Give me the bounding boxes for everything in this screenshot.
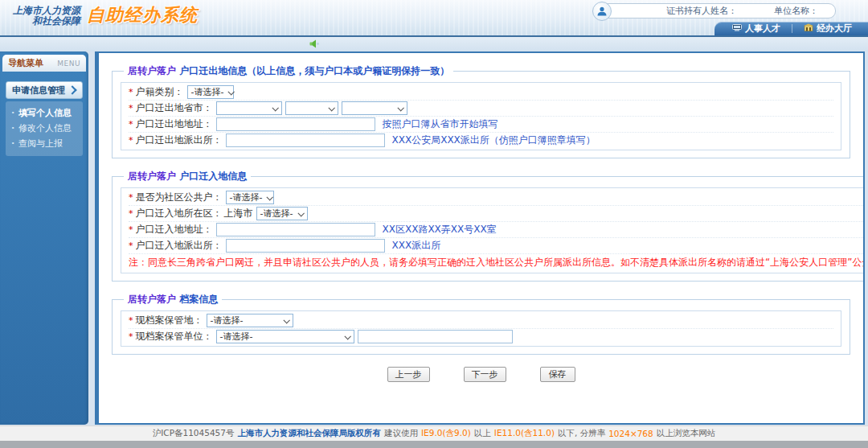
section-tag: 居转户落户 [128,65,176,76]
chevron-down-icon [397,105,403,111]
section-move-in-info: 居转户落户 户口迁入地信息 是否为社区公共户： -请选择- 户口迁入地所在区： … [112,170,865,282]
sidebar-item-modify-personal-info[interactable]: 修改个人信息 [6,121,83,136]
chevron-down-icon [272,105,278,111]
next-step-button[interactable]: 下一步 [464,367,506,382]
section-title: 档案信息 [179,294,218,305]
section-title: 户口迁入地信息 [179,171,247,182]
move-in-district-label: 户口迁入地所在区： [129,207,223,220]
archive-unit-label: 现档案保管单位： [129,330,213,343]
hukou-type-label: 户籍类别： [129,85,184,99]
icp-number: 沪ICP备11045457号 [153,428,235,439]
sidebar-item-fill-personal-info[interactable]: 填写个人信息 [6,105,83,121]
community-household-select[interactable]: -请选择- [226,191,274,204]
section-legend: 居转户落户 户口迁出地信息（以上信息，须与户口本或户籍证明保持一致） [124,64,453,78]
move-in-district-select[interactable]: -请选择- [256,207,308,220]
logo-org-name: 上海市人力资源 和社会保障 [13,6,80,27]
ie-max-version: IE11.0(含11.0) [494,428,555,439]
ie-min-version: IE9.0(含9.0) [421,428,471,439]
row-move-in-police-station: 户口迁入地派出所： XXX派出所 [129,238,865,254]
menu-tag: MENU [57,60,80,68]
row-move-in-district: 户口迁入地所在区： 上海市 -请选择- [129,206,865,222]
header: 上海市人力资源 和社会保障 自助经办系统 证书持有人姓名： 单位名称： [0,0,868,37]
sidebar-item-review-and-report[interactable]: 查阅与上报 [6,136,83,151]
select-value: -请选择- [260,208,293,220]
recommended-resolution: 1024×768 [608,429,653,438]
footer: 沪ICP备11045457号 上海市人力资源和社会保障局版权所有 建议使用 IE… [0,425,868,441]
unit-name-label: 单位名称： [774,5,818,17]
move-out-province-select[interactable] [216,101,282,115]
select-value: -请选择- [220,331,253,343]
move-out-address-label: 户口迁出地地址： [129,117,213,131]
move-out-district-select[interactable] [342,101,407,115]
row-move-out-address: 户口迁出地地址： 按照户口簿从省市开始填写 [129,117,833,133]
row-move-out-police-station: 户口迁出地派出所： XXX公安局XXX派出所（仿照户口簿照章填写） [129,133,833,148]
tab-personnel-talent[interactable]: 人事人才 [726,23,787,35]
archive-place-select[interactable]: -请选择- [207,314,293,327]
personnel-tab-icon [732,23,742,34]
sidebar-header: 导航菜单 MENU [2,55,86,72]
move-in-police-station-hint: XXX派出所 [392,239,441,253]
nav-menu-title: 导航菜单 [8,57,43,69]
user-icon [592,2,612,21]
move-in-note: 注：同意长三角跨省户口网迁，并且申请社区公共户的人员，请务必填写正确的迁入地社区… [129,254,865,271]
move-in-address-label: 户口迁入地地址： [129,223,213,236]
section-move-out-info: 居转户落户 户口迁出地信息（以上信息，须与户口本或户籍证明保持一致） 户籍类别：… [112,64,850,158]
row-move-in-address: 户口迁入地地址： XX区XX路XX弄XX号XX室 [129,222,865,238]
chevron-down-icon [328,105,334,111]
logo-line2: 和社会保障 [13,16,80,27]
archive-unit-input[interactable] [358,330,513,343]
select-value: -请选择- [191,86,224,98]
move-in-address-hint: XX区XX路XX弄XX号XX室 [383,223,497,236]
section-tag: 居转户落户 [128,294,176,305]
chevron-right-icon [68,85,76,94]
hall-tab-icon [804,23,813,34]
row-hukou-type: 户籍类别： -请选择- [129,84,833,101]
row-archive-unit: 现档案保管单位： -请选择- [129,329,833,344]
section-legend: 居转户落户 档案信息 [124,293,222,306]
move-in-city-static: 上海市 [224,207,253,220]
content-panel: 居转户落户 户口迁出地信息（以上信息，须与户口本或户籍证明保持一致） 户籍类别：… [95,51,865,425]
community-household-label: 是否为社区公共户： [129,191,223,204]
hukou-type-select[interactable]: -请选择- [187,85,234,99]
browser-advice-suffix: 以上浏览本网站 [657,428,716,439]
move-out-police-station-input[interactable] [226,134,385,147]
sub-header-band [0,37,868,51]
chevron-down-icon [283,317,289,323]
move-in-police-station-label: 户口迁入地派出所： [129,239,223,253]
chevron-down-icon [267,194,273,200]
section-legend: 居转户落户 户口迁入地信息 [124,170,251,183]
browser-advice-mid2: 以下, 分辨率 [558,428,605,439]
move-in-police-station-input[interactable] [226,239,385,253]
chevron-down-icon [297,210,304,216]
browser-advice-prefix: 建议使用 [384,428,418,439]
tab-label: 经办大厅 [817,23,852,35]
app-window: 上海市人力资源 和社会保障 自助经办系统 证书持有人姓名： 单位名称： [0,0,868,448]
row-move-out-province-city: 户口迁出地省市： [129,101,833,117]
sidebar: 导航菜单 MENU 申请信息管理 填写个人信息 修改个人信息 查阅与上报 [0,51,88,425]
sidebar-submenu: 填写个人信息 修改个人信息 查阅与上报 [6,101,83,156]
previous-step-button[interactable]: 上一步 [387,367,430,382]
top-tabs: 人事人才 经办大厅 [714,22,868,35]
bottom-strip [0,441,868,448]
chevron-down-icon [228,88,235,95]
section-archive-info: 居转户落户 档案信息 现档案保管地： -请选择- 现档案保管单位： [112,293,850,355]
tab-divider [792,24,792,33]
copyright-link[interactable]: 上海市人力资源和社会保障局版权所有 [237,428,381,439]
save-button[interactable]: 保存 [540,367,575,382]
move-out-address-input[interactable] [216,117,375,131]
sidebar-group-application-info[interactable]: 申请信息管理 [6,81,83,99]
archive-unit-select[interactable]: -请选择- [216,330,354,343]
move-out-police-station-label: 户口迁出地派出所： [129,134,223,147]
tab-label: 人事人才 [745,23,780,35]
select-value: -请选择- [230,191,263,203]
move-out-city-label: 户口迁出地省市： [129,101,213,115]
panel-toggle-icon[interactable] [309,39,320,48]
section-tag: 居转户落户 [128,171,176,182]
user-info-bar: 证书持有人姓名： 单位名称： [601,3,836,18]
tab-service-hall[interactable]: 经办大厅 [797,23,858,35]
section-title: 户口迁出地信息（以上信息，须与户口本或户籍证明保持一致） [179,65,449,76]
move-in-address-input[interactable] [216,223,375,236]
select-value: -请选择- [211,314,244,327]
section-rows: 现档案保管地： -请选择- 现档案保管单位： -请选择- [121,310,841,347]
move-out-city-select[interactable] [285,101,338,115]
